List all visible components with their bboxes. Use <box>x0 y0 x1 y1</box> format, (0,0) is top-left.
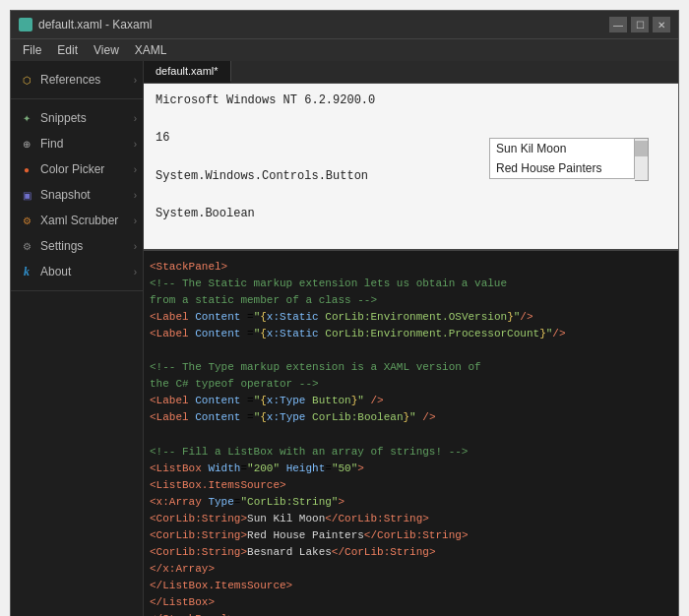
find-arrow: › <box>134 139 137 150</box>
menu-file[interactable]: File <box>15 41 49 59</box>
code-line-3: from a static member of a class --> <box>150 292 672 309</box>
main-content: ⬡ References › ✦ Snippets › ⊕ Find › ● <box>11 61 678 616</box>
tab-bar: default.xaml* <box>144 61 678 84</box>
sidebar-items-section: ✦ Snippets › ⊕ Find › ● Color Picker › ▣… <box>11 99 143 291</box>
code-line-blank1 <box>150 342 672 359</box>
snapshot-icon: ▣ <box>19 187 34 203</box>
menu-xaml[interactable]: XAML <box>127 41 175 59</box>
code-line-19: </ListBox> <box>150 594 672 611</box>
settings-arrow: › <box>134 241 137 252</box>
listbox-scrollbar[interactable] <box>635 138 649 181</box>
window-controls: — ☐ ✕ <box>609 17 670 32</box>
app-icon <box>19 18 32 31</box>
code-line-5: <Label Content ="{x:Static CorLib:Enviro… <box>150 326 672 342</box>
code-line-12: <ListBox.ItemsSource> <box>150 477 672 494</box>
preview-line-4: System.Boolean <box>156 205 666 223</box>
code-line-20: </StackPanel> <box>150 611 672 616</box>
code-line-13: <x:Array Type="CorLib:String"> <box>150 494 672 511</box>
listbox[interactable]: Sun Kil Moon Red House Painters <box>489 138 635 179</box>
xamlscrubber-icon: ⚙ <box>19 213 34 228</box>
sidebar-item-xamlscrubber[interactable]: ⚙ Xaml Scrubber › <box>11 208 143 233</box>
sidebar: ⬡ References › ✦ Snippets › ⊕ Find › ● <box>11 61 144 616</box>
code-line-11: <ListBox Width="200" Height="50"> <box>150 461 672 477</box>
maximize-button[interactable]: ☐ <box>631 17 649 32</box>
code-line-14: <CorLib:String>Sun Kil Moon</CorLib:Stri… <box>150 511 672 527</box>
listbox-item-sunkilmoon[interactable]: Sun Kil Moon <box>490 139 634 158</box>
window-title: default.xaml - Kaxaml <box>38 18 152 31</box>
menu-view[interactable]: View <box>86 41 127 59</box>
snippets-arrow: › <box>134 113 137 124</box>
references-icon: ⬡ <box>19 72 34 88</box>
preview-line-blank3 <box>156 186 666 205</box>
preview-line-blank1 <box>156 110 666 129</box>
snippets-icon: ✦ <box>19 110 34 126</box>
code-line-9: <Label Content ="{x:Type CorLib:Boolean}… <box>150 409 672 426</box>
code-line-1: <StackPanel> <box>150 259 672 276</box>
sidebar-item-settings[interactable]: ⚙ Settings › <box>11 233 143 259</box>
find-label: Find <box>40 137 63 151</box>
snapshot-arrow: › <box>134 190 137 201</box>
code-line-18: </ListBox.ItemsSource> <box>150 578 672 594</box>
code-line-10: <!-- Fill a ListBox with an array of str… <box>150 444 672 461</box>
xamlscrubber-label: Xaml Scrubber <box>40 214 118 227</box>
about-label: About <box>40 265 71 278</box>
colorpicker-label: Color Picker <box>40 162 104 176</box>
sidebar-item-snapshot[interactable]: ▣ Snapshot › <box>11 182 143 208</box>
about-icon: k <box>19 264 34 279</box>
find-icon: ⊕ <box>19 136 34 152</box>
minimize-button[interactable]: — <box>609 17 627 32</box>
code-line-6: <!-- The Type markup extension is a XAML… <box>150 359 672 376</box>
listbox-scrollbar-thumb <box>635 141 648 156</box>
references-label: References <box>40 73 100 87</box>
code-line-blank2 <box>150 426 672 443</box>
code-line-8: <Label Content ="{x:Type Button}" /> <box>150 393 672 409</box>
sidebar-item-colorpicker[interactable]: ● Color Picker › <box>11 156 143 182</box>
main-window: default.xaml - Kaxaml — ☐ ✕ File Edit Vi… <box>10 10 679 616</box>
menu-edit[interactable]: Edit <box>49 41 86 59</box>
sidebar-item-snippets[interactable]: ✦ Snippets › <box>11 105 143 131</box>
sidebar-item-find[interactable]: ⊕ Find › <box>11 131 143 156</box>
listbox-item-redhousepainters[interactable]: Red House Painters <box>490 158 634 178</box>
code-line-16: <CorLib:String>Besnard Lakes</CorLib:Str… <box>150 544 672 561</box>
xamlscrubber-arrow: › <box>134 216 137 226</box>
close-button[interactable]: ✕ <box>653 17 670 32</box>
snippets-label: Snippets <box>40 111 87 125</box>
right-panel: default.xaml* Microsoft Windows NT 6.2.9… <box>144 61 678 616</box>
tab-default-xaml[interactable]: default.xaml* <box>144 61 231 83</box>
code-line-7: the C# typeof operator --> <box>150 376 672 393</box>
colorpicker-icon: ● <box>19 161 34 177</box>
colorpicker-arrow: › <box>134 164 137 175</box>
preview-pane: Microsoft Windows NT 6.2.9200.0 16 Syste… <box>144 84 678 251</box>
settings-icon: ⚙ <box>19 238 34 254</box>
code-line-2: <!-- The Static markup extension lets us… <box>150 276 672 292</box>
preview-line-1: Microsoft Windows NT 6.2.9200.0 <box>156 92 666 110</box>
code-line-17: </x:Array> <box>150 561 672 578</box>
about-arrow: › <box>134 267 137 277</box>
references-arrow: › <box>134 75 137 86</box>
snapshot-label: Snapshot <box>40 188 91 202</box>
settings-label: Settings <box>40 239 83 253</box>
code-line-15: <CorLib:String>Red House Painters</CorLi… <box>150 527 672 544</box>
sidebar-references-section: ⬡ References › <box>11 61 143 99</box>
sidebar-item-references[interactable]: ⬡ References › <box>11 67 143 92</box>
menu-bar: File Edit View XAML <box>11 38 678 61</box>
title-bar: default.xaml - Kaxaml — ☐ ✕ <box>11 11 678 38</box>
sidebar-item-about[interactable]: k About › <box>11 259 143 284</box>
listbox-items: Sun Kil Moon Red House Painters <box>489 138 635 179</box>
title-bar-left: default.xaml - Kaxaml <box>19 18 152 31</box>
code-pane[interactable]: <StackPanel> <!-- The Static markup exte… <box>144 251 678 616</box>
code-line-4: <Label Content ="{x:Static CorLib:Enviro… <box>150 309 672 326</box>
